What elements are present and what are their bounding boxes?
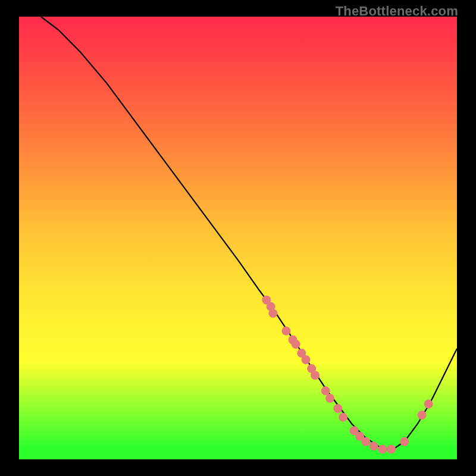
data-marker [361, 437, 370, 446]
data-marker [369, 441, 378, 450]
plot-svg [19, 17, 457, 459]
data-marker [333, 404, 342, 413]
data-marker [400, 437, 409, 446]
data-marker [387, 444, 396, 453]
data-marker [378, 444, 387, 453]
data-marker [418, 411, 427, 419]
data-marker [292, 340, 300, 349]
data-marker [325, 394, 334, 403]
data-marker [424, 400, 433, 409]
marker-group [262, 296, 433, 454]
bottleneck-curve [41, 17, 457, 450]
chart-area [19, 17, 457, 459]
data-marker [321, 386, 330, 395]
data-marker [311, 371, 320, 380]
data-marker [339, 413, 347, 422]
watermark-text: TheBottleneck.com [336, 4, 458, 19]
data-marker [268, 309, 277, 318]
data-marker [281, 327, 290, 336]
data-marker [302, 355, 311, 364]
